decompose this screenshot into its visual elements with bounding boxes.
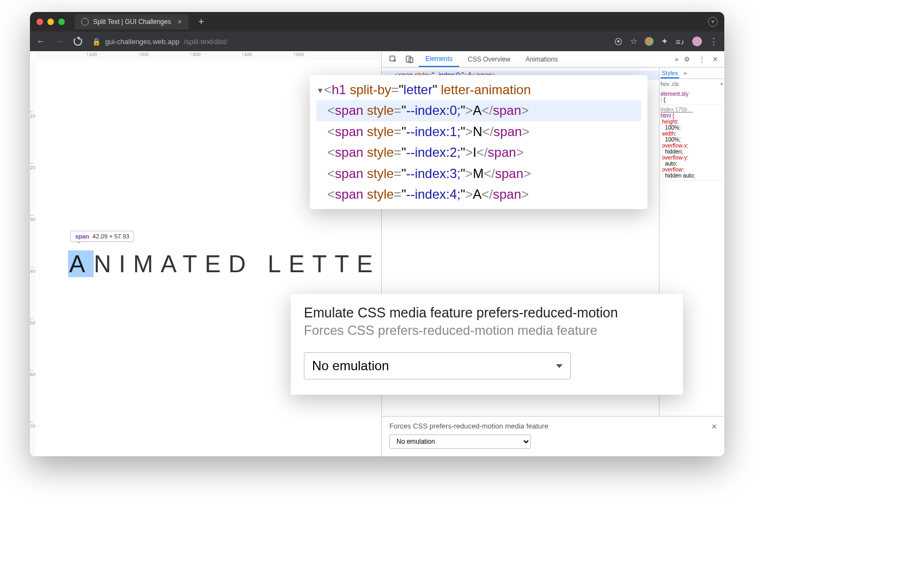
close-window-button[interactable] bbox=[36, 19, 43, 25]
animated-heading: ANIMATED LETTERS bbox=[68, 250, 429, 278]
rule-selector: element.sty bbox=[661, 91, 688, 97]
back-button[interactable]: ← bbox=[36, 36, 45, 46]
vertical-ruler: 100200300400500600700800 bbox=[30, 60, 35, 456]
tab-title: Split Text | GUI Challenges bbox=[93, 18, 171, 26]
url-path: /split-text/dist/ bbox=[184, 38, 227, 46]
tab-css-overview[interactable]: CSS Overview bbox=[461, 51, 517, 67]
extensions-icon[interactable]: ✦ bbox=[661, 36, 668, 46]
tooltip-tag: span bbox=[75, 233, 89, 240]
forward-button[interactable]: → bbox=[55, 36, 64, 46]
translate-icon[interactable]: ⦿ bbox=[614, 37, 622, 46]
close-devtools-icon[interactable]: × bbox=[713, 54, 718, 64]
kebab-icon[interactable]: ⋮ bbox=[699, 56, 705, 63]
rendering-panel: × Forces CSS prefers-reduced-motion medi… bbox=[382, 416, 724, 456]
browser-tab[interactable]: Split Text | GUI Challenges × bbox=[75, 14, 188, 29]
cls-toggle[interactable]: .cls bbox=[670, 81, 679, 87]
new-tab-button[interactable]: + bbox=[198, 16, 204, 28]
svg-rect-1 bbox=[406, 56, 411, 62]
rendering-zoom-subtitle: Forces CSS prefers-reduced-motion media … bbox=[304, 323, 670, 338]
traffic-lights bbox=[36, 19, 65, 25]
devtools-tabs: Elements CSS Overview Animations » ⚙ ⋮ × bbox=[382, 51, 724, 68]
add-rule-icon[interactable]: + bbox=[720, 81, 723, 87]
close-drawer-icon[interactable]: × bbox=[712, 422, 717, 432]
url-field[interactable]: 🔒 gui-challenges.web.app/split-text/dist… bbox=[92, 38, 604, 46]
element-tooltip: span 42.09 × 57.93 bbox=[70, 231, 134, 242]
hov-toggle[interactable]: hov bbox=[661, 81, 669, 87]
toolbar-icons: ⦿ ☆ ✦ ≡♪ ⋮ bbox=[614, 36, 718, 46]
tab-animations[interactable]: Animations bbox=[519, 51, 564, 67]
minimize-window-button[interactable] bbox=[47, 19, 54, 25]
rendering-label: Forces CSS prefers-reduced-motion media … bbox=[389, 422, 717, 430]
bookmark-icon[interactable]: ☆ bbox=[630, 36, 637, 46]
profile-dropdown-icon[interactable] bbox=[708, 17, 718, 27]
more-tabs-icon[interactable]: » bbox=[675, 56, 679, 63]
gear-icon[interactable]: ⚙ bbox=[684, 56, 690, 63]
rendering-zoom-overlay: Emulate CSS media feature prefers-reduce… bbox=[291, 294, 683, 395]
rendering-zoom-select[interactable]: No emulation bbox=[304, 352, 571, 379]
device-toggle-icon[interactable] bbox=[402, 52, 417, 66]
rendering-zoom-title: Emulate CSS media feature prefers-reduce… bbox=[304, 305, 670, 321]
avatar-icon[interactable] bbox=[692, 36, 702, 46]
reload-icon[interactable] bbox=[74, 37, 82, 46]
rule-selector: html { bbox=[661, 113, 674, 119]
menu-icon[interactable]: ⋮ bbox=[710, 36, 718, 46]
dom-zoom-overlay: ▼<h1 split-by="letter" letter-animation … bbox=[310, 75, 648, 209]
rule-body: : { bbox=[661, 97, 665, 103]
inspect-icon[interactable] bbox=[386, 52, 400, 66]
globe-icon bbox=[81, 18, 89, 26]
close-tab-icon[interactable]: × bbox=[178, 17, 182, 26]
styles-more-icon[interactable]: » bbox=[682, 69, 688, 78]
chevron-down-icon bbox=[556, 364, 563, 368]
emulation-select[interactable]: No emulation bbox=[389, 434, 531, 449]
address-bar: ← → 🔒 gui-challenges.web.app/split-text/… bbox=[30, 32, 724, 51]
rule-source[interactable]: index.175b… bbox=[661, 107, 693, 113]
rendering-zoom-value: No emulation bbox=[312, 358, 389, 373]
styles-tab[interactable]: Styles bbox=[661, 69, 679, 78]
url-host: gui-challenges.web.app bbox=[105, 38, 180, 46]
tab-elements[interactable]: Elements bbox=[419, 51, 459, 67]
tooltip-dims: 42.09 × 57.93 bbox=[93, 233, 130, 240]
maximize-window-button[interactable] bbox=[58, 19, 65, 25]
media-icon[interactable]: ≡♪ bbox=[676, 37, 685, 46]
color-extension-icon[interactable] bbox=[645, 37, 654, 46]
lock-icon: 🔒 bbox=[92, 38, 101, 46]
titlebar: Split Text | GUI Challenges × + bbox=[30, 12, 724, 32]
